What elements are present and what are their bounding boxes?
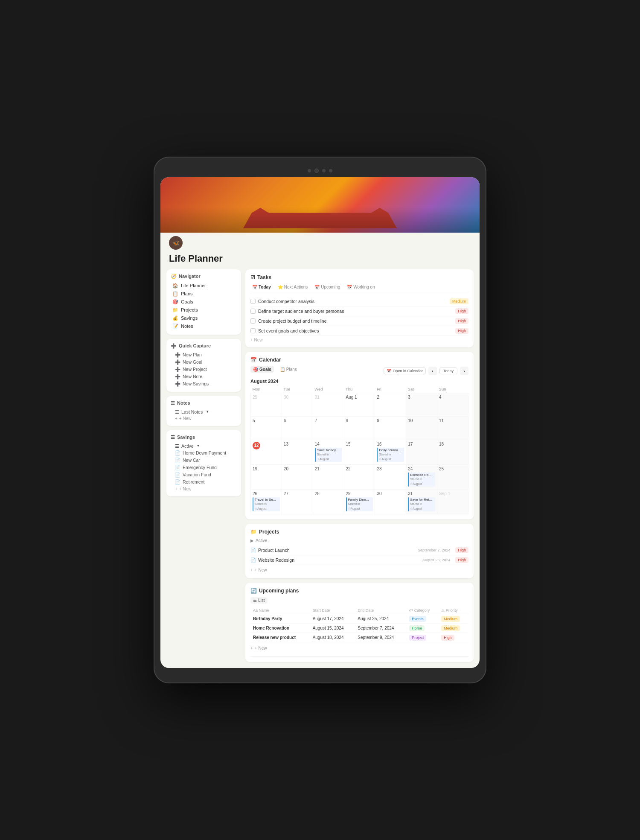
cal-day-10[interactable]: 10: [406, 416, 437, 440]
cal-day-8[interactable]: 8: [344, 416, 375, 440]
cal-day-2[interactable]: 2: [375, 393, 406, 416]
cal-day-29[interactable]: 29 Family Dinn...Stared in ☆August: [344, 490, 375, 514]
cal-day-5[interactable]: 5: [251, 416, 282, 440]
notes-add-new[interactable]: + + New: [171, 415, 237, 422]
camera-main: [314, 169, 319, 173]
cal-day-31[interactable]: 31 Save for Ret...Stared in ☆August: [406, 490, 437, 514]
open-calendar-button[interactable]: 📅 Open in Calendar: [384, 368, 426, 374]
task-checkbox-3[interactable]: [250, 318, 256, 324]
new-goal-item[interactable]: ➕ New Goal: [171, 359, 237, 366]
cal-week-3: 12 13 14 Save MoneyStared in ☆August 15: [251, 440, 468, 464]
task-checkbox-1[interactable]: [250, 299, 256, 304]
cal-tab-goals[interactable]: 🎯 Goals: [250, 366, 274, 373]
projects-icon: 📁: [172, 307, 178, 313]
cal-day-aug1[interactable]: Aug 1: [344, 393, 375, 416]
cal-day-16[interactable]: 16 Daily Journa...Stared in ☆August: [375, 440, 406, 464]
savings-retirement[interactable]: 📄 Retirement: [171, 478, 237, 486]
cal-tab-plans[interactable]: 📋 Plans: [277, 366, 300, 373]
cal-day-30-prev[interactable]: 30: [282, 393, 313, 416]
cal-prev-button[interactable]: ‹: [428, 367, 437, 375]
cal-today-button[interactable]: Today: [439, 368, 457, 374]
task-checkbox-4[interactable]: [250, 328, 256, 333]
cal-day-29-prev[interactable]: 29: [251, 393, 282, 416]
col-priority: ⚠ Priority: [439, 607, 468, 614]
cal-day-24[interactable]: 24 Exercise Ro...Stared in ☆August: [406, 464, 437, 489]
sidebar-item-projects[interactable]: 📁 Projects: [171, 306, 237, 314]
cal-day-26[interactable]: 26 Travel to Se...Stared in ☆August: [251, 490, 282, 514]
cal-day-15[interactable]: 15: [344, 440, 375, 464]
calendar-grid: Mon Tue Wed Thu Fri Sat Sun 29: [250, 385, 468, 515]
cal-day-28[interactable]: 28: [313, 490, 344, 514]
sidebar-item-life-planner[interactable]: 🏠 Life Planner: [171, 282, 237, 290]
cal-day-19[interactable]: 19: [251, 464, 282, 489]
plans-view-tab[interactable]: ☰ List: [250, 597, 268, 604]
cal-day-17[interactable]: 17: [406, 440, 437, 464]
savings-add-new[interactable]: + + New: [171, 486, 237, 492]
working-icon: 📅: [347, 285, 352, 289]
savings-active-item[interactable]: ☰ Active ▼: [171, 443, 237, 449]
cal-day-6[interactable]: 6: [282, 416, 313, 440]
plan-name-2: Home Renovation: [250, 624, 310, 633]
task-checkbox-2[interactable]: [250, 309, 256, 314]
new-savings-item[interactable]: ➕ New Savings: [171, 380, 237, 388]
new-note-icon: ➕: [175, 374, 180, 379]
cal-day-sep1[interactable]: Sep 1: [437, 490, 468, 514]
cal-day-9[interactable]: 9: [375, 416, 406, 440]
cal-day-4[interactable]: 4: [437, 393, 468, 416]
plan-end-1: August 25, 2024: [355, 614, 407, 624]
savings-home-down[interactable]: 📄 Home Down Payment: [171, 449, 237, 457]
new-note-item[interactable]: ➕ New Note: [171, 373, 237, 380]
last-notes-item[interactable]: ☰ Last Notes ▼: [171, 408, 237, 415]
cal-day-23[interactable]: 23: [375, 464, 406, 489]
sidebar-item-plans[interactable]: 📋 Plans: [171, 290, 237, 298]
plan-cat-2: Home: [407, 624, 439, 633]
project-date-1: September 7, 2024: [418, 548, 451, 552]
sidebar-item-goals[interactable]: 🎯 Goals: [171, 298, 237, 306]
new-project-item[interactable]: ➕ New Project: [171, 366, 237, 373]
savings-vacation[interactable]: 📄 Vacation Fund: [171, 471, 237, 478]
task-add-new[interactable]: + New: [250, 336, 468, 342]
plan-pri-1: Medium: [439, 614, 468, 624]
cal-day-14[interactable]: 14 Save MoneyStared in ☆August: [313, 440, 344, 464]
cal-day-18[interactable]: 18: [437, 440, 468, 464]
sidebar-item-notes[interactable]: 📝 Notes: [171, 322, 237, 330]
savings-section-icon: ☰: [171, 435, 175, 440]
cal-day-13[interactable]: 13: [282, 440, 313, 464]
cal-next-button[interactable]: ›: [460, 367, 468, 375]
new-plan-item[interactable]: ➕ New Plan: [171, 351, 237, 359]
cal-day-12[interactable]: 12: [251, 440, 282, 464]
tab-upcoming[interactable]: 📅 Upcoming: [313, 284, 342, 290]
cal-day-31-prev[interactable]: 31: [313, 393, 344, 416]
cal-day-20[interactable]: 20: [282, 464, 313, 489]
projects-add-new[interactable]: + + New: [250, 567, 468, 573]
savings-section-title: ☰ Savings: [171, 435, 237, 440]
projects-active-label[interactable]: ▶ Active: [250, 538, 468, 543]
cal-day-21[interactable]: 21: [313, 464, 344, 489]
plans-icon: 📋: [172, 291, 178, 297]
hero-image: [160, 177, 480, 233]
cal-day-25[interactable]: 25: [437, 464, 468, 489]
goals-cal-icon: 🎯: [253, 367, 258, 372]
savings-new-car[interactable]: 📄 New Car: [171, 457, 237, 464]
cal-day-11[interactable]: 11: [437, 416, 468, 440]
cal-day-3[interactable]: 3: [406, 393, 437, 416]
cal-day-30[interactable]: 30: [375, 490, 406, 514]
tab-today[interactable]: 📅 Today: [250, 284, 273, 290]
notes-icon: 📝: [172, 324, 178, 329]
savings-emergency[interactable]: 📄 Emergency Fund: [171, 464, 237, 471]
content-area: ☑ Tasks 📅 Today ⭐ Next Actions: [245, 269, 474, 662]
cal-week-2: 5 6 7 8 9 10 11: [251, 416, 468, 440]
tablet-frame: 🦋 Life Planner 🧭 Navigator 🏠 Life Planne…: [154, 157, 486, 684]
tab-working-on[interactable]: 📅 Working on: [345, 284, 376, 290]
plus-circle-icon: ➕: [171, 343, 177, 349]
avatar: 🦋: [169, 236, 183, 250]
plan-pri-2: Medium: [439, 624, 468, 633]
bridge-graphic: [235, 203, 405, 228]
cal-day-22[interactable]: 22: [344, 464, 375, 489]
sidebar-item-savings[interactable]: 💰 Savings: [171, 314, 237, 322]
tab-next-actions[interactable]: ⭐ Next Actions: [276, 284, 310, 290]
plans-add-new[interactable]: + + New: [250, 645, 468, 651]
cal-day-7[interactable]: 7: [313, 416, 344, 440]
cal-day-27[interactable]: 27: [282, 490, 313, 514]
doc-icon-5: 📄: [175, 479, 180, 485]
